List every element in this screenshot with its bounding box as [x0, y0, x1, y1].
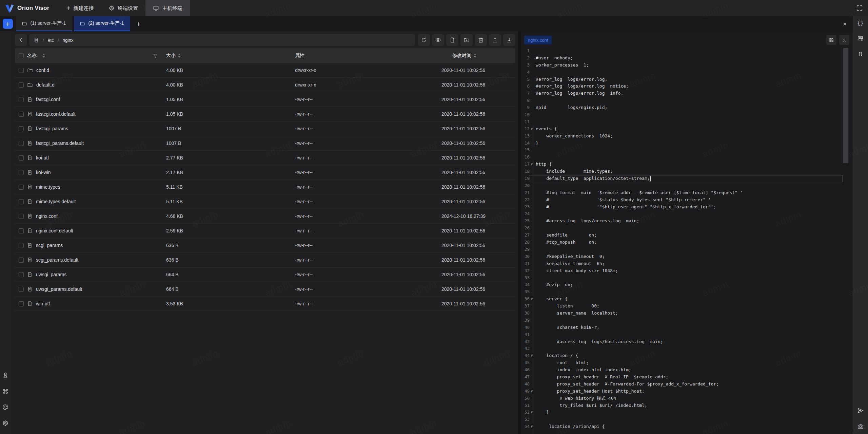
fold-chevron-icon[interactable] [530, 246, 536, 253]
fold-chevron-icon[interactable] [530, 317, 536, 324]
refresh-button[interactable] [418, 34, 430, 46]
menu-new-connection[interactable]: + 新建连接 [59, 0, 101, 16]
command-icon[interactable] [2, 388, 9, 395]
table-row[interactable]: koi-win 2.17 KB -rw-r--r-- 2020-11-01 10… [15, 165, 515, 180]
fold-chevron-icon[interactable] [530, 97, 536, 104]
file-name[interactable]: fastcgi_params.default [36, 140, 84, 146]
file-name[interactable]: mime.types [36, 184, 60, 190]
fold-chevron-icon[interactable] [530, 345, 536, 352]
mtime-column-header[interactable]: 修改时间 [437, 53, 515, 59]
row-checkbox[interactable] [19, 141, 24, 146]
code-line[interactable]: 39 [521, 317, 853, 324]
code-line[interactable]: 2 #user nobody; [521, 55, 853, 62]
fold-chevron-icon[interactable]: ∨ [530, 352, 536, 359]
code-line[interactable]: 47 proxy_set_header X-Real-IP $remote_ad… [521, 374, 853, 381]
code-line[interactable]: 44 ∨ location / { [521, 352, 853, 359]
table-row[interactable]: nginx.conf 4.68 KB -rw-r--r-- 2024-12-10… [15, 209, 515, 224]
row-checkbox[interactable] [19, 199, 24, 204]
code-line[interactable]: 18 include mime.types; [521, 168, 853, 175]
fold-chevron-icon[interactable] [530, 239, 536, 246]
fold-chevron-icon[interactable] [530, 253, 536, 260]
breadcrumb-segment-etc[interactable]: etc [48, 38, 54, 43]
code-line[interactable]: 6 #error_log logs/error.log notice; [521, 83, 853, 90]
code-line[interactable]: 28 #tcp_nopush on; [521, 239, 853, 246]
breadcrumb-segment-nginx[interactable]: nginx [63, 38, 74, 43]
code-line[interactable]: 36 ∨ server { [521, 296, 853, 303]
file-name[interactable]: win-utf [36, 301, 50, 306]
code-line[interactable]: 16 [521, 154, 853, 161]
row-checkbox[interactable] [19, 243, 24, 248]
fold-chevron-icon[interactable] [530, 90, 536, 97]
table-row[interactable]: uwsgi_params.default 664 B -rw-r--r-- 20… [15, 282, 515, 297]
code-line[interactable]: 1 [521, 48, 853, 55]
row-checkbox[interactable] [19, 272, 24, 277]
fold-chevron-icon[interactable] [530, 204, 536, 211]
fold-chevron-icon[interactable] [530, 76, 536, 83]
row-checkbox[interactable] [19, 155, 24, 161]
fold-chevron-icon[interactable] [530, 359, 536, 366]
preview-button[interactable] [432, 34, 444, 46]
row-checkbox[interactable] [19, 68, 24, 73]
code-line[interactable]: 42 #access_log logs/host.access.log main… [521, 338, 853, 345]
code-line[interactable]: 30 #keepalive_timeout 0; [521, 253, 853, 260]
code-line[interactable]: 17 ∨http { [521, 161, 853, 168]
code-line[interactable]: 40 #charset koi8-r; [521, 324, 853, 331]
code-line[interactable]: 35 [521, 288, 853, 296]
row-checkbox[interactable] [19, 185, 24, 190]
menu-terminal-settings[interactable]: 终端设置 [101, 0, 145, 16]
size-column-header[interactable]: 大小 [166, 53, 295, 59]
row-checkbox[interactable] [19, 112, 24, 117]
fold-chevron-icon[interactable] [530, 140, 536, 147]
new-folder-button[interactable] [460, 34, 473, 46]
row-checkbox[interactable] [19, 258, 24, 263]
fold-chevron-icon[interactable] [530, 381, 536, 388]
code-line[interactable]: 34 #gzip on; [521, 281, 853, 288]
fold-chevron-icon[interactable] [530, 338, 536, 345]
file-name[interactable]: nginx.conf.default [36, 228, 73, 233]
sort-icon[interactable] [178, 54, 181, 58]
fold-chevron-icon[interactable] [530, 267, 536, 275]
code-line[interactable]: 15 [521, 147, 853, 154]
code-line[interactable]: 26 [521, 225, 853, 232]
code-line[interactable]: 50 # web history 模式 404 [521, 395, 853, 402]
fold-chevron-icon[interactable] [530, 69, 536, 76]
close-panel-button[interactable]: × [843, 21, 847, 27]
code-line[interactable]: 29 [521, 246, 853, 253]
code-line[interactable]: 54 ∨ location /orion/api { [521, 423, 853, 430]
fold-chevron-icon[interactable] [530, 111, 536, 118]
file-name[interactable]: nginx.conf [36, 213, 58, 219]
fold-chevron-icon[interactable] [530, 225, 536, 232]
code-line[interactable]: 45 root html; [521, 359, 853, 366]
fold-chevron-icon[interactable] [530, 331, 536, 338]
editor-scrollbar-thumb[interactable] [843, 48, 848, 163]
code-line[interactable]: 14 } [521, 140, 853, 147]
code-line[interactable]: 19 default_type application/octet-stream… [521, 175, 853, 182]
screenshot-camera-icon[interactable] [857, 423, 864, 430]
panel-divider[interactable] [518, 31, 521, 434]
table-row[interactable]: conf.d 4.00 KB drwxr-xr-x 2020-11-01 10:… [15, 63, 515, 78]
code-line[interactable]: 53 [521, 416, 853, 423]
row-checkbox[interactable] [19, 170, 24, 175]
fold-chevron-icon[interactable] [530, 303, 536, 310]
code-line[interactable]: 38 server_name localhost; [521, 310, 853, 317]
code-line[interactable]: 52 ∨ } [521, 409, 853, 416]
fold-chevron-icon[interactable] [530, 83, 536, 90]
fold-chevron-icon[interactable] [530, 62, 536, 69]
file-name[interactable]: conf.d [36, 68, 49, 73]
fold-chevron-icon[interactable] [530, 189, 536, 196]
download-button[interactable] [503, 34, 515, 46]
code-line[interactable]: 51 try_files $uri $uri/ /index.html; [521, 402, 853, 409]
code-line[interactable]: 13 worker_connections 1024; [521, 133, 853, 140]
code-line[interactable]: 10 [521, 111, 853, 118]
row-checkbox[interactable] [19, 228, 24, 233]
file-name[interactable]: default.d [36, 82, 55, 88]
tab-server-2-active[interactable]: (2) server-生产-1 [74, 16, 130, 31]
file-name[interactable]: koi-win [36, 170, 51, 175]
fold-chevron-icon[interactable] [530, 288, 536, 296]
save-file-button[interactable] [826, 35, 836, 45]
fold-chevron-icon[interactable]: ∨ [530, 423, 536, 430]
code-line[interactable]: 43 [521, 345, 853, 352]
fold-chevron-icon[interactable] [530, 374, 536, 381]
fold-chevron-icon[interactable] [530, 182, 536, 189]
row-checkbox[interactable] [19, 97, 24, 102]
